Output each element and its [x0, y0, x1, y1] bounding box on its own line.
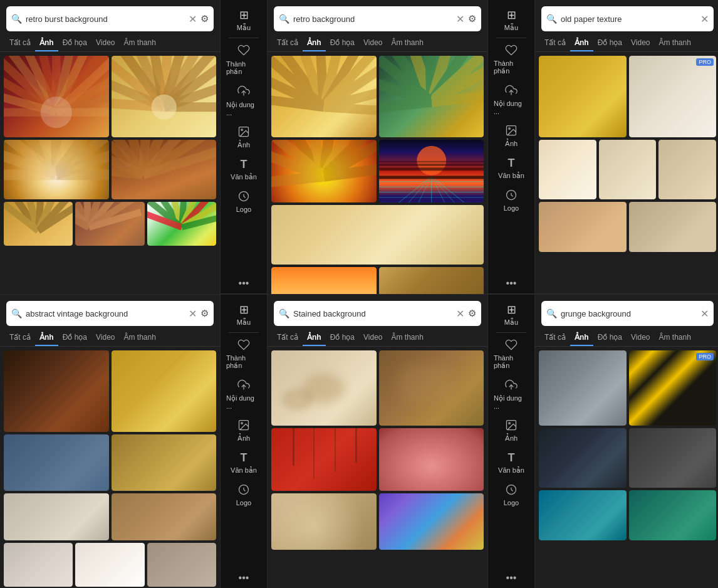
tab-audio-br[interactable]: Âm thanh: [655, 330, 695, 346]
sidebar-item-anh-tc[interactable]: Ảnh: [491, 120, 531, 152]
list-item[interactable]: [379, 140, 484, 202]
sidebar-item-logo-tc[interactable]: Logo: [491, 184, 531, 216]
list-item[interactable]: [4, 493, 109, 540]
sidebar-item-thanh-phan-tl[interactable]: Thành phần: [224, 39, 264, 80]
sidebar-more-bc[interactable]: •••: [491, 568, 531, 588]
sidebar-item-mau-tc[interactable]: ⊞ Mẫu: [491, 4, 531, 36]
sidebar-item-vanban-tc[interactable]: T Văn bản: [491, 152, 531, 184]
tab-photo-tl[interactable]: Ảnh: [35, 35, 58, 51]
search-bar-bottom-right[interactable]: 🔍 ✕: [541, 301, 714, 326]
clear-icon[interactable]: ✕: [189, 13, 197, 25]
search-input-bottom-center[interactable]: [293, 309, 452, 318]
sidebar-item-mau-bl[interactable]: ⊞ Mẫu: [224, 298, 264, 331]
clear-icon[interactable]: ✕: [189, 308, 197, 320]
list-item[interactable]: [4, 140, 109, 199]
tab-all-tl[interactable]: Tất cả: [5, 35, 35, 51]
tab-audio-tr[interactable]: Âm thanh: [655, 35, 695, 51]
list-item[interactable]: [112, 56, 217, 137]
list-item[interactable]: [539, 56, 627, 137]
list-item[interactable]: [379, 56, 484, 137]
list-item[interactable]: [539, 140, 596, 199]
tab-video-tr[interactable]: Video: [627, 35, 654, 51]
sidebar-item-thanh-phan-bc[interactable]: Thành phần: [491, 334, 531, 374]
tab-video-bl[interactable]: Video: [91, 330, 119, 346]
list-item[interactable]: [147, 202, 216, 246]
list-item[interactable]: [539, 490, 627, 540]
sidebar-item-logo-bl[interactable]: Logo: [224, 479, 264, 511]
list-item[interactable]: [4, 350, 109, 432]
tab-graphic-tc[interactable]: Đồ họa: [326, 35, 359, 51]
search-bar-bottom-left[interactable]: 🔍 ✕ ⚙: [6, 301, 214, 326]
search-input-bottom-right[interactable]: [561, 309, 697, 318]
list-item[interactable]: [271, 493, 377, 550]
tab-photo-bc[interactable]: Ảnh: [303, 330, 326, 346]
sidebar-item-anh-bc[interactable]: Ảnh: [491, 414, 531, 447]
sidebar-item-mau-bc[interactable]: ⊞ Mẫu: [491, 298, 531, 331]
tab-video-br[interactable]: Video: [627, 330, 654, 346]
list-item[interactable]: [112, 350, 217, 432]
tab-graphic-bl[interactable]: Đồ họa: [58, 330, 91, 346]
search-bar-top-left[interactable]: 🔍 ✕ ⚙: [6, 6, 214, 31]
list-item[interactable]: [629, 202, 717, 252]
search-input-top-right[interactable]: [561, 14, 697, 24]
list-item[interactable]: [4, 543, 73, 587]
sidebar-item-thanh-phan-tc[interactable]: Thành phần: [491, 39, 531, 80]
list-item[interactable]: [379, 350, 484, 426]
search-input-top-left[interactable]: [26, 14, 185, 24]
list-item[interactable]: [112, 434, 217, 491]
list-item[interactable]: [75, 202, 144, 246]
sidebar-item-noi-dung-bc[interactable]: Nội dung ...: [491, 374, 531, 414]
sidebar-item-logo-bc[interactable]: Logo: [491, 479, 531, 511]
tab-all-tc[interactable]: Tất cả: [273, 35, 303, 51]
search-input-top-center[interactable]: [293, 14, 452, 24]
sidebar-item-logo-tl[interactable]: Logo: [224, 186, 264, 218]
list-item[interactable]: [4, 434, 109, 491]
tab-graphic-tr[interactable]: Đồ họa: [593, 35, 627, 51]
list-item[interactable]: [271, 205, 484, 265]
filter-icon[interactable]: ⚙: [468, 13, 476, 24]
list-item[interactable]: [539, 202, 627, 252]
list-item[interactable]: [271, 350, 377, 426]
tab-all-bl[interactable]: Tất cả: [5, 330, 35, 346]
list-item[interactable]: PRO: [629, 350, 717, 426]
tab-photo-tc[interactable]: Ảnh: [303, 35, 326, 51]
sidebar-item-anh-tl[interactable]: Ảnh: [224, 121, 264, 154]
tab-video-bc[interactable]: Video: [359, 330, 387, 346]
tab-photo-tr[interactable]: Ảnh: [570, 35, 593, 51]
sidebar-item-noi-dung-tc[interactable]: Nội dung ...: [491, 80, 531, 120]
filter-icon[interactable]: ⚙: [200, 308, 209, 319]
tab-graphic-tl[interactable]: Đồ họa: [58, 35, 91, 51]
list-item[interactable]: [629, 428, 717, 488]
sidebar-more-bl[interactable]: •••: [224, 568, 264, 588]
sidebar-item-mau-tl[interactable]: ⊞ Mẫu: [224, 4, 264, 36]
search-input-bottom-left[interactable]: [26, 309, 185, 318]
filter-icon[interactable]: ⚙: [468, 308, 476, 319]
list-item[interactable]: [658, 140, 716, 199]
sidebar-item-vanban-bl[interactable]: T Văn bản: [224, 447, 264, 479]
sidebar-more-tc[interactable]: •••: [491, 273, 531, 293]
list-item[interactable]: [379, 267, 484, 294]
clear-icon[interactable]: ✕: [700, 13, 709, 25]
list-item[interactable]: [539, 428, 627, 488]
tab-all-br[interactable]: Tất cả: [540, 330, 570, 346]
sidebar-item-thanh-phan-bl[interactable]: Thành phần: [224, 334, 264, 374]
list-item[interactable]: [271, 267, 377, 294]
tab-graphic-br[interactable]: Đồ họa: [593, 330, 627, 346]
sidebar-item-noi-dung-tl[interactable]: Nội dung ...: [224, 80, 264, 121]
tab-audio-tc[interactable]: Âm thanh: [387, 35, 428, 51]
search-bar-bottom-center[interactable]: 🔍 ✕ ⚙: [274, 301, 481, 326]
clear-icon[interactable]: ✕: [700, 308, 709, 320]
list-item[interactable]: [271, 56, 377, 137]
tab-all-tr[interactable]: Tất cả: [540, 35, 570, 51]
filter-icon[interactable]: ⚙: [200, 13, 209, 24]
list-item[interactable]: [271, 428, 377, 491]
search-bar-top-center[interactable]: 🔍 ✕ ⚙: [274, 6, 481, 31]
tab-photo-br[interactable]: Ảnh: [570, 330, 593, 346]
tab-video-tl[interactable]: Video: [91, 35, 119, 51]
list-item[interactable]: [4, 202, 73, 246]
tab-video-tc[interactable]: Video: [359, 35, 387, 51]
list-item[interactable]: [112, 140, 217, 199]
list-item[interactable]: [379, 428, 484, 491]
search-bar-top-right[interactable]: 🔍 ✕: [541, 6, 714, 31]
list-item[interactable]: [629, 490, 717, 540]
